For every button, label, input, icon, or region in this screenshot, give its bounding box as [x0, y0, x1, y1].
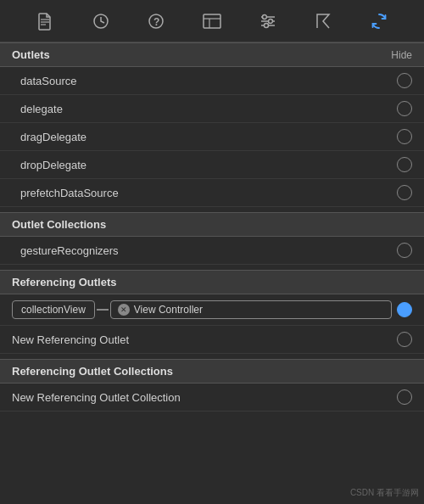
- outlet-circle-btn[interactable]: [397, 157, 412, 172]
- item-label: dataSource: [20, 75, 77, 87]
- list-item: New Referencing Outlet Collection: [0, 384, 424, 412]
- outlet-collections-title: Outlet Collections: [12, 218, 106, 231]
- outlet-circle-btn[interactable]: [397, 129, 412, 144]
- item-label: dropDelegate: [20, 159, 86, 171]
- table-icon[interactable]: [200, 9, 224, 33]
- list-item: dropDelegate: [0, 151, 424, 179]
- list-item: delegate: [0, 95, 424, 123]
- list-item: New Referencing Outlet: [0, 326, 424, 354]
- outlet-collection-circle-btn[interactable]: [397, 243, 412, 258]
- toolbar: ?: [0, 0, 424, 42]
- flag-icon[interactable]: [311, 9, 335, 33]
- ref-right-wrapper: ✕ View Controller: [110, 300, 412, 319]
- refresh-icon[interactable]: [367, 9, 391, 33]
- referencing-outlet-collections-title: Referencing Outlet Collections: [12, 365, 173, 378]
- outlet-circle-btn[interactable]: [397, 73, 412, 88]
- collection-view-box: collectionView: [12, 300, 95, 319]
- svg-point-14: [264, 23, 268, 27]
- view-controller-box: ✕ View Controller: [110, 300, 392, 319]
- list-item: prefetchDataSource: [0, 179, 424, 207]
- connection-left-label: collectionView: [21, 304, 86, 316]
- svg-point-12: [262, 14, 266, 19]
- referencing-connection-row: collectionView ✕ View Controller: [0, 294, 424, 326]
- svg-text:?: ?: [153, 16, 159, 28]
- referencing-outlets-title: Referencing Outlets: [12, 276, 117, 288]
- item-label: delegate: [20, 103, 63, 115]
- referencing-outlets-section-header: Referencing Outlets: [0, 270, 424, 294]
- svg-rect-6: [204, 14, 220, 28]
- outlet-collections-list: gestureRecognizers: [0, 237, 424, 265]
- svg-point-13: [268, 19, 272, 23]
- item-label: prefetchDataSource: [20, 187, 119, 199]
- referencing-outlets-list: collectionView ✕ View Controller New Ref…: [0, 294, 424, 354]
- outlet-circle-btn[interactable]: [397, 185, 412, 200]
- help-icon[interactable]: ?: [144, 9, 168, 33]
- referencing-outlet-collections-list: New Referencing Outlet Collection: [0, 384, 424, 412]
- referencing-outlet-collections-section-header: Referencing Outlet Collections: [0, 359, 424, 384]
- list-item: dragDelegate: [0, 123, 424, 151]
- sliders-icon[interactable]: [256, 9, 280, 33]
- referencing-circle-btn-filled[interactable]: [397, 302, 412, 317]
- new-referencing-outlet-collection-circle-btn[interactable]: [397, 389, 412, 405]
- item-label: gestureRecognizers: [20, 244, 119, 257]
- hide-button[interactable]: Hide: [391, 49, 412, 61]
- x-remove-btn[interactable]: ✕: [118, 304, 130, 316]
- ref-connector: [97, 309, 109, 311]
- new-referencing-outlet-circle-btn[interactable]: [397, 332, 412, 347]
- file-icon[interactable]: [33, 9, 57, 33]
- new-referencing-outlet-collection-label: New Referencing Outlet Collection: [12, 391, 181, 404]
- outlets-section-header: Outlets Hide: [0, 42, 424, 67]
- outlet-collections-section-header: Outlet Collections: [0, 212, 424, 237]
- outlets-title: Outlets: [12, 48, 50, 61]
- connection-right-label: View Controller: [134, 304, 203, 316]
- outlets-list: dataSource delegate dragDelegate dropDel…: [0, 67, 424, 207]
- item-label: dragDelegate: [20, 131, 86, 143]
- connector-line: [97, 309, 109, 311]
- list-item: dataSource: [0, 67, 424, 95]
- new-referencing-outlet-label: New Referencing Outlet: [12, 333, 129, 346]
- history-icon[interactable]: [89, 9, 113, 33]
- outlet-circle-btn[interactable]: [397, 101, 412, 116]
- content-area: Outlets Hide dataSource delegate dragDel…: [0, 42, 424, 504]
- list-item: gestureRecognizers: [0, 237, 424, 265]
